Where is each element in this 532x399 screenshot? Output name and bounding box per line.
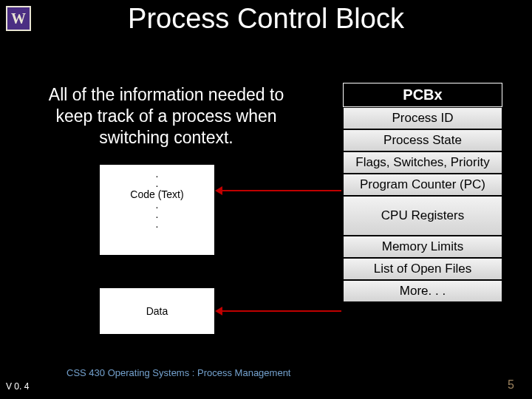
code-text-box: . . Code (Text) . . . xyxy=(100,165,214,255)
pcb-row-process-state: Process State xyxy=(343,129,502,151)
pcb-header: PCBx xyxy=(343,83,502,107)
slide-title: Process Control Block xyxy=(0,3,532,35)
page-number: 5 xyxy=(508,378,514,392)
dot: . xyxy=(103,219,211,229)
arrow-to-code xyxy=(222,190,341,191)
data-label: Data xyxy=(146,305,168,317)
data-box: Data xyxy=(100,288,214,334)
slide-description: All of the information needed to keep tr… xyxy=(41,84,292,148)
pcb-row-flags: Flags, Switches, Priority xyxy=(343,151,502,174)
pcb-row-process-id: Process ID xyxy=(343,107,502,129)
pcb-row-open-files: List of Open Files xyxy=(343,258,502,280)
pcb-row-more: More. . . xyxy=(343,280,502,302)
dot: . xyxy=(103,179,211,188)
footer-course: CSS 430 Operating Systems : Process Mana… xyxy=(66,367,290,378)
pcb-table: PCBx Process ID Process State Flags, Swi… xyxy=(343,83,502,302)
arrow-to-data xyxy=(222,310,341,312)
pcb-row-registers: CPU Registers xyxy=(343,196,502,236)
version-label: V 0. 4 xyxy=(6,381,29,392)
pcb-row-pc: Program Counter (PC) xyxy=(343,174,502,196)
pcb-row-memory-limits: Memory Limits xyxy=(343,236,502,258)
